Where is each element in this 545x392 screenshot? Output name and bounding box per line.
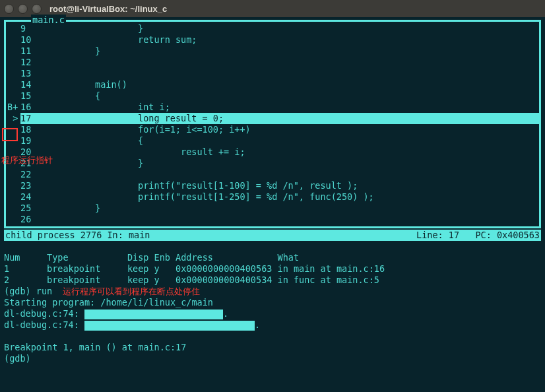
line-number: 19	[20, 135, 52, 147]
gutter-marker	[7, 79, 20, 90]
line-number: 25	[20, 203, 52, 214]
redacted-block	[84, 310, 223, 319]
close-icon[interactable]	[4, 4, 14, 14]
line-number: 24	[20, 191, 52, 203]
code-text: printf("result[1-100] = %d /n", result )…	[52, 180, 539, 191]
source-line: 24 printf("result[1-250] = %d /n", func(…	[7, 191, 539, 203]
status-pc-label: PC:	[475, 230, 491, 241]
code-text: return sum;	[52, 34, 539, 46]
line-number: 10	[20, 34, 52, 46]
gdb-dl-debug-2: dl-debug.c:74:	[4, 319, 79, 330]
status-line-value: 17	[449, 230, 459, 241]
source-line: 9 }	[7, 23, 539, 34]
gdb-dl-debug-1: dl-debug.c:74:	[4, 308, 79, 319]
gutter-marker	[7, 34, 20, 46]
gutter-marker	[7, 46, 20, 57]
code-text: {	[52, 90, 539, 102]
line-number: 20	[20, 147, 52, 158]
code-text	[52, 68, 539, 79]
breakpoint-row: 1 breakpoint keep y 0x0000000000400563 i…	[4, 263, 385, 274]
gutter-marker	[7, 57, 20, 68]
gutter-marker	[7, 203, 20, 214]
source-line: 26	[7, 214, 539, 225]
gutter-marker: B+	[7, 102, 20, 113]
source-line: 21 }	[7, 158, 539, 169]
code-text: }	[52, 23, 539, 34]
line-number: 13	[20, 68, 52, 79]
minimize-icon[interactable]	[18, 4, 28, 14]
source-line: 15 {	[7, 90, 539, 102]
gutter-marker	[7, 169, 20, 180]
code-text	[52, 214, 539, 225]
line-number: 16	[20, 102, 52, 113]
source-line: 12	[7, 57, 539, 68]
gdb-run-command: (gdb) run	[4, 286, 52, 296]
line-number: 14	[20, 79, 52, 90]
source-line: 13	[7, 68, 539, 79]
line-number: 17	[20, 113, 52, 124]
gutter-marker	[7, 68, 20, 79]
line-number: 26	[20, 214, 52, 225]
gutter-marker	[7, 23, 20, 34]
code-text: for(i=1; i<=100; i++)	[52, 124, 539, 135]
line-number: 12	[20, 57, 52, 68]
line-number: 15	[20, 90, 52, 102]
source-line: 14 main()	[7, 79, 539, 90]
annotation-run-note: 运行程序可以看到程序在断点处停住	[63, 286, 200, 296]
source-line: 20 result += i;	[7, 147, 539, 158]
source-line: 11 }	[7, 46, 539, 57]
code-text: result += i;	[52, 147, 539, 158]
gutter-marker	[7, 191, 20, 203]
window-titlebar: root@li-VirtualBox: ~/linux_c	[0, 0, 545, 17]
code-text: long result = 0;	[52, 113, 539, 124]
source-window: main.c 9 } 10 return sum; 11 } 12 13 14 …	[4, 20, 541, 228]
gutter-marker	[7, 158, 20, 169]
gutter-marker	[7, 147, 20, 158]
gutter-marker: >	[7, 113, 20, 124]
gdb-output: Num Type Disp Enb Address What 1 breakpo…	[4, 241, 541, 364]
source-line: 10 return sum;	[7, 34, 539, 46]
breakpoint-table-header: Num Type Disp Enb Address What	[4, 252, 299, 263]
source-line: B+16 int i;	[7, 102, 539, 113]
gdb-starting-program: Starting program: /home/li/linux_c/main	[4, 297, 213, 308]
window-title: root@li-VirtualBox: ~/linux_c	[49, 4, 167, 14]
status-pc-value: 0x400563	[497, 230, 540, 241]
source-line: 22	[7, 169, 539, 180]
source-line: 18 for(i=1; i<=100; i++)	[7, 124, 539, 135]
gutter-marker	[7, 135, 20, 147]
line-number: 21	[20, 158, 52, 169]
code-text: {	[52, 135, 539, 147]
gutter-marker	[7, 180, 20, 191]
code-text: printf("result[1-250] = %d /n", func(250…	[52, 191, 539, 203]
code-text: }	[52, 203, 539, 214]
gutter-marker	[7, 90, 20, 102]
maximize-icon[interactable]	[32, 4, 42, 14]
redacted-block	[84, 321, 255, 331]
status-process: child process 2776 In: main	[5, 230, 416, 241]
code-text	[52, 169, 539, 180]
source-file-label: main.c	[31, 15, 66, 26]
code-text: int i;	[52, 102, 539, 113]
gutter-marker	[7, 124, 20, 135]
gutter-marker	[7, 214, 20, 225]
line-number: 11	[20, 46, 52, 57]
status-bar: child process 2776 In: main Line: 17 PC:…	[4, 230, 541, 241]
code-text: }	[52, 46, 539, 57]
gdb-prompt[interactable]: (gdb)	[4, 353, 36, 364]
code-text	[52, 57, 539, 68]
terminal[interactable]: main.c 9 } 10 return sum; 11 } 12 13 14 …	[0, 17, 545, 392]
line-number: 18	[20, 124, 52, 135]
source-line: 25 }	[7, 203, 539, 214]
breakpoint-row: 2 breakpoint keep y 0x0000000000400534 i…	[4, 275, 379, 285]
gdb-breakpoint-hit: Breakpoint 1, main () at main.c:17	[4, 342, 186, 352]
code-text: }	[52, 158, 539, 169]
status-line-label: Line:	[416, 230, 443, 241]
source-line: 23 printf("result[1-100] = %d /n", resul…	[7, 180, 539, 191]
line-number: 23	[20, 180, 52, 191]
code-text: main()	[52, 79, 539, 90]
line-number: 22	[20, 169, 52, 180]
source-line: 19 {	[7, 135, 539, 147]
source-line: >17 long result = 0;	[7, 113, 539, 124]
